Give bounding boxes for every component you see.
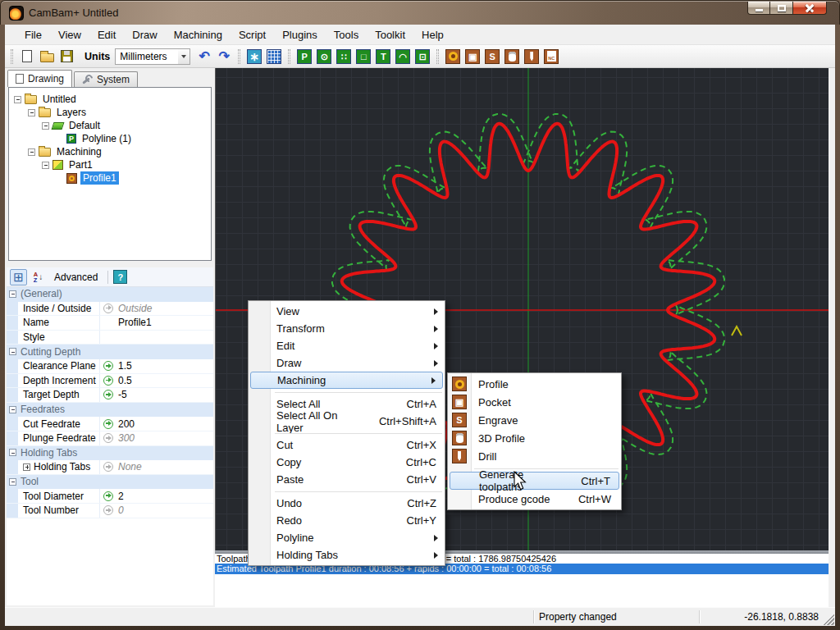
property-category-holding-tabs[interactable]: Holding Tabs — [7, 446, 213, 461]
context-menu-transform[interactable]: Transform — [249, 320, 445, 337]
new-file-icon[interactable] — [18, 48, 36, 66]
machine-3dprofile-icon[interactable] — [503, 48, 521, 66]
collapse-icon[interactable] — [9, 449, 16, 456]
tree-expander[interactable] — [28, 148, 35, 156]
menu-file[interactable]: File — [16, 25, 50, 44]
property-row-cut-feedrate[interactable]: Cut Feedrate200 — [7, 417, 213, 431]
redo-icon[interactable]: ↷ — [215, 48, 233, 66]
menu-draw[interactable]: Draw — [124, 25, 165, 44]
property-value[interactable]: Profile1 — [116, 317, 213, 328]
property-category-general[interactable]: (General) — [7, 287, 213, 302]
value-set-icon[interactable] — [103, 361, 113, 371]
collapse-icon[interactable] — [9, 406, 16, 413]
context-menu-select-all-on-layer[interactable]: Select All On LayerCtrl+Shift+A — [249, 413, 445, 430]
submenu-profile[interactable]: Profile — [448, 375, 621, 393]
property-value[interactable]: -5 — [116, 389, 213, 400]
property-category-cutting-depth[interactable]: Cutting Depth — [7, 345, 213, 359]
property-value[interactable]: 0.5 — [116, 375, 213, 386]
categorized-view-button[interactable]: ⊞ — [10, 269, 27, 285]
context-menu-cut[interactable]: CutCtrl+X — [249, 436, 445, 454]
context-menu-undo[interactable]: UndoCtrl+Z — [249, 495, 445, 512]
property-value[interactable]: None — [116, 461, 213, 472]
property-category-feedrates[interactable]: Feedrates — [7, 403, 213, 418]
sort-alphabetical-button[interactable]: AZ↓ — [30, 269, 47, 285]
open-file-icon[interactable] — [38, 48, 56, 66]
property-row-name[interactable]: NameProfile1 — [7, 316, 213, 331]
submenu-drill[interactable]: Drill — [448, 447, 621, 465]
machine-gcode-icon[interactable]: NC — [542, 48, 560, 66]
tree-expander[interactable] — [42, 162, 49, 169]
machine-pocket-icon[interactable]: ▣ — [463, 48, 482, 66]
property-value[interactable]: 300 — [116, 432, 213, 444]
draw-text-icon[interactable]: T — [374, 48, 392, 66]
units-combo[interactable]: Millimeters — [115, 48, 190, 65]
show-grid-icon[interactable] — [265, 48, 283, 66]
context-menu-redo[interactable]: RedoCtrl+Y — [249, 512, 445, 529]
save-icon[interactable] — [57, 48, 75, 66]
value-default-icon[interactable] — [103, 433, 113, 443]
draw-rectangle-icon[interactable]: □ — [354, 48, 372, 66]
collapse-icon[interactable] — [9, 348, 16, 355]
property-row-inside-outside[interactable]: Inside / OutsideOutside — [7, 302, 213, 317]
value-set-icon[interactable] — [103, 419, 113, 429]
context-menu-draw[interactable]: Draw — [249, 354, 445, 372]
context-menu-holding-tabs[interactable]: Holding Tabs — [249, 546, 445, 564]
menu-script[interactable]: Script — [231, 25, 274, 44]
tree-item-untitled[interactable]: Untitled — [9, 93, 211, 106]
value-set-icon[interactable] — [103, 390, 113, 399]
context-menu-polyline[interactable]: Polyline — [249, 529, 445, 546]
value-default-icon[interactable] — [103, 304, 113, 313]
property-row-holding-tabs[interactable]: Holding TabsNone — [7, 460, 213, 475]
property-value[interactable]: 200 — [116, 418, 213, 430]
property-row-style[interactable]: Style — [7, 331, 213, 345]
draw-circle-icon[interactable]: ⊙ — [315, 48, 333, 66]
tree-expander[interactable] — [42, 122, 49, 130]
property-row-plunge-feedrate[interactable]: Plunge Feedrate300 — [7, 431, 213, 446]
value-set-icon[interactable] — [103, 491, 113, 501]
advanced-label[interactable]: Advanced — [49, 272, 103, 283]
tab-drawing[interactable]: Drawing — [7, 70, 72, 87]
context-menu-view[interactable]: View — [249, 303, 445, 320]
submenu-pocket[interactable]: ▣Pocket — [448, 393, 621, 411]
submenu-3d-profile[interactable]: 3D Profile — [448, 429, 621, 447]
tree-item-layers[interactable]: Layers — [9, 106, 211, 119]
maximize-button[interactable] — [770, 2, 793, 15]
property-value[interactable]: 0 — [116, 504, 213, 516]
menu-machining[interactable]: Machining — [166, 25, 231, 44]
value-set-icon[interactable] — [103, 376, 113, 386]
tree-expander[interactable] — [28, 109, 35, 116]
minimize-button[interactable] — [747, 2, 770, 15]
tab-system[interactable]: System — [74, 71, 138, 87]
property-value[interactable]: 1.5 — [116, 360, 213, 372]
context-menu-paste[interactable]: PasteCtrl+V — [249, 471, 445, 488]
undo-icon[interactable]: ↶ — [195, 48, 213, 66]
property-value[interactable]: 2 — [116, 491, 213, 502]
snap-points-icon[interactable]: ∗ — [245, 48, 263, 66]
submenu-generate-toolpaths[interactable]: Generate toolpathsCtrl+T — [450, 472, 619, 490]
draw-surface-icon[interactable]: ⊡ — [413, 48, 431, 66]
close-button[interactable] — [793, 2, 827, 15]
property-row-tool-diameter[interactable]: Tool Diameter2 — [7, 489, 213, 504]
help-button[interactable]: ? — [113, 270, 127, 284]
machine-drill-icon[interactable] — [523, 48, 541, 66]
collapse-icon[interactable] — [9, 290, 16, 298]
app-icon[interactable] — [9, 6, 24, 21]
tree-item-part1[interactable]: Part1 — [9, 158, 211, 171]
draw-polyline-icon[interactable]: P — [295, 48, 313, 66]
expand-icon[interactable] — [23, 463, 30, 471]
menu-tools[interactable]: Tools — [326, 25, 367, 44]
property-row-target-depth[interactable]: Target Depth-5 — [7, 388, 213, 403]
machine-engrave-icon[interactable]: S — [483, 48, 501, 66]
tree-item-default[interactable]: Default — [9, 119, 211, 132]
menu-help[interactable]: Help — [413, 25, 452, 44]
value-default-icon[interactable] — [103, 505, 113, 515]
draw-points-icon[interactable]: ∷ — [335, 48, 353, 66]
tree-item-polyline-1[interactable]: PPolyline (1) — [9, 132, 211, 145]
property-row-clearance-plane[interactable]: Clearance Plane1.5 — [7, 359, 213, 374]
tree-item-profile1[interactable]: Profile1 — [9, 171, 211, 185]
machine-profile-icon[interactable] — [444, 48, 462, 66]
context-menu-edit[interactable]: Edit — [249, 337, 445, 354]
combo-dropdown-icon[interactable] — [178, 49, 189, 64]
property-value[interactable]: Outside — [116, 303, 213, 314]
submenu-engrave[interactable]: SEngrave — [448, 411, 621, 429]
